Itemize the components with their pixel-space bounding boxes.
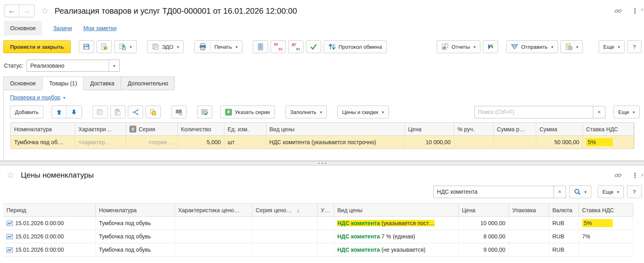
cell-series[interactable] — [252, 230, 318, 243]
col-price-type[interactable]: Вид цены — [266, 123, 405, 136]
kebab-menu-icon[interactable]: ⋮ — [632, 7, 638, 15]
link-icon[interactable] — [614, 172, 622, 179]
favorite-star-icon[interactable]: ☆ — [6, 170, 14, 180]
col-characteristic[interactable]: Характери… — [75, 123, 126, 136]
col-series-sorted[interactable]: Серия цено… ↓ — [252, 204, 318, 217]
copy-button[interactable] — [92, 106, 108, 118]
navtab-tasks[interactable]: Задачи — [53, 25, 72, 31]
cell-vat-rate[interactable]: 5% — [583, 136, 634, 149]
col-vat-rate[interactable]: Ставка НДС — [583, 123, 634, 136]
col-period[interactable]: Период — [3, 204, 96, 217]
post-document-button[interactable] — [96, 40, 112, 53]
cell-characteristic[interactable] — [175, 243, 252, 257]
save-button[interactable] — [79, 40, 94, 53]
tab-extra[interactable]: Дополнительно — [121, 77, 175, 90]
forward-button[interactable]: → — [19, 5, 34, 17]
prices-grid-row[interactable]: 15.01.2026 0:00:00 Тумбочка под обувь НД… — [3, 230, 633, 243]
cell-price[interactable]: 10 000,00 — [405, 136, 454, 149]
prices-search-input[interactable] — [433, 186, 554, 198]
cell-price[interactable]: 10 000,00 — [459, 217, 509, 230]
print-button[interactable]: Печать ▾ — [194, 40, 242, 53]
prices-grid-row[interactable]: 15.01.2026 0:00:00 Тумбочка под обувь НД… — [3, 217, 633, 230]
cell-currency[interactable]: RUB — [549, 230, 579, 243]
goods-grid-row[interactable]: Тумбочка под об… <характер… <серия … 5,0… — [11, 136, 634, 149]
cell-u[interactable] — [318, 217, 334, 230]
cell-vat-rate[interactable]: 5% — [579, 217, 633, 230]
duplicate-button[interactable] — [146, 106, 161, 118]
cell-vat-rate[interactable] — [579, 243, 633, 257]
cell-period[interactable]: 15.01.2026 0:00:00 — [3, 217, 96, 230]
reports-button[interactable]: Отчеты ▾ — [437, 40, 480, 53]
cell-price-type[interactable]: НДС комитента (не указывается) — [334, 243, 459, 257]
window-edge-chevron-icon[interactable]: › — [641, 6, 644, 11]
cell-series[interactable] — [252, 217, 318, 230]
cell-price[interactable]: 9 000,00 — [459, 243, 509, 257]
cell-nomenclature[interactable]: Тумбочка под обувь — [96, 217, 175, 230]
fill-button[interactable]: Заполнить ▾ — [285, 106, 327, 118]
col-series[interactable]: # Серия — [126, 123, 178, 136]
col-nomenclature[interactable]: Номенклатура — [11, 123, 75, 136]
tab-goods[interactable]: Товары (1) — [42, 77, 84, 90]
cell-u[interactable] — [318, 243, 334, 257]
clear-search-icon[interactable]: × — [554, 186, 566, 198]
col-amount[interactable]: Сумма — [536, 123, 583, 136]
navtab-notes[interactable]: Мои заметки — [83, 25, 117, 31]
search-button[interactable]: ▾ — [569, 185, 591, 198]
col-nomenclature[interactable]: Номенклатура — [96, 204, 175, 217]
prices-grid-row[interactable]: 15.01.2026 0:00:00 Тумбочка под обувь НД… — [3, 243, 633, 257]
bi-analytics-button[interactable] — [483, 40, 498, 53]
cell-amount-r[interactable] — [494, 136, 536, 149]
cell-nomenclature[interactable]: Тумбочка под обувь — [96, 230, 175, 243]
cell-manual-pct[interactable] — [454, 136, 494, 149]
add-row-button[interactable]: Добавить — [10, 106, 43, 118]
deferred-tasks-button[interactable]: ▾ — [560, 40, 583, 53]
cell-price-type[interactable]: НДС комитента (указывается пост… — [334, 217, 459, 230]
status-combobox[interactable]: Реализовано ▾ — [27, 60, 120, 72]
cell-unit[interactable]: шт — [224, 136, 266, 149]
prices-discounts-button[interactable]: Цены и скидки ▾ — [337, 106, 389, 118]
cell-series[interactable] — [252, 243, 318, 257]
col-vat-rate[interactable]: Ставка НДС — [579, 204, 633, 217]
col-packing[interactable]: Упаковка — [509, 204, 549, 217]
paste-button[interactable] — [110, 106, 125, 118]
split-row-button[interactable] — [128, 106, 143, 118]
cell-characteristic[interactable] — [175, 217, 252, 230]
col-quantity[interactable]: Количество — [178, 123, 224, 136]
favorite-star-icon[interactable]: ☆ — [41, 6, 49, 16]
more-button[interactable]: Еще ▾ — [599, 40, 625, 53]
col-amount-r[interactable]: Сумма р… — [494, 123, 536, 136]
exchange-protocol-button[interactable]: Протокол обмена — [324, 40, 387, 53]
prices-more-button[interactable]: Еще ▾ — [598, 185, 624, 198]
create-based-on-button[interactable]: ▾ — [114, 40, 137, 53]
cell-characteristic[interactable] — [175, 230, 252, 243]
cell-period[interactable]: 15.01.2026 0:00:00 — [3, 243, 96, 257]
col-characteristic[interactable]: Характеристика цено… — [175, 204, 252, 217]
tab-delivery[interactable]: Доставка — [83, 77, 121, 90]
cell-price-type[interactable]: НДС комитента (указывается построчно) — [266, 136, 405, 149]
cell-nomenclature[interactable]: Тумбочка под обувь — [96, 243, 175, 257]
specify-series-button[interactable]: # Указать серии — [220, 106, 275, 118]
help-button[interactable]: ? — [627, 40, 642, 53]
col-price[interactable]: Цена — [459, 204, 509, 217]
cell-packing[interactable] — [509, 217, 549, 230]
registers-button[interactable] — [253, 40, 268, 53]
cell-packing[interactable] — [509, 243, 549, 257]
cell-vat-rate[interactable]: 7% — [579, 230, 633, 243]
col-u[interactable]: У… — [318, 204, 334, 217]
move-down-button[interactable] — [67, 106, 82, 118]
col-unit[interactable]: Ед. изм. — [224, 123, 266, 136]
cell-quantity[interactable]: 5,000 — [178, 136, 224, 149]
col-currency[interactable]: Валюта — [549, 204, 579, 217]
cell-price-type[interactable]: НДС комитента 7 % (единая) — [334, 230, 459, 243]
cell-nomenclature[interactable]: Тумбочка под об… — [11, 136, 75, 149]
cell-packing[interactable] — [509, 230, 549, 243]
grid-more-button[interactable]: Еще ▾ — [613, 106, 640, 118]
col-manual-pct[interactable]: % руч. — [454, 123, 494, 136]
col-price-type[interactable]: Вид цены — [334, 204, 459, 217]
window-splitter[interactable] — [0, 161, 644, 166]
navtab-main[interactable]: Основное — [4, 21, 42, 35]
col-price[interactable]: Цена — [405, 123, 454, 136]
link-icon[interactable] — [614, 7, 622, 15]
check-and-pick-link[interactable]: Проверка и подбор — [10, 94, 60, 101]
window-edge-chevron-icon[interactable]: › — [641, 171, 644, 177]
